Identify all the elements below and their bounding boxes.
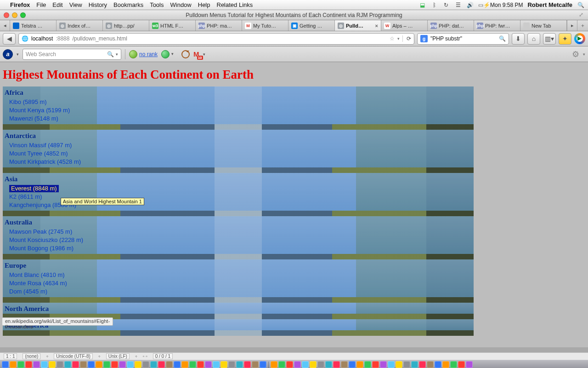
dock-app-icon[interactable] (135, 361, 141, 368)
dock-app-icon[interactable] (403, 361, 410, 368)
menu-window[interactable]: Window (170, 1, 192, 8)
dock-app-icon[interactable] (174, 361, 181, 368)
continent-header[interactable]: Africa (3, 87, 474, 98)
dock-app-icon[interactable] (158, 361, 165, 368)
editor-encoding-b[interactable]: Unicode (UTF-8) (54, 353, 92, 359)
dock-app-icon[interactable] (119, 361, 126, 368)
mountain-link[interactable]: K2 (8611 m) (9, 193, 42, 200)
dock-app-icon[interactable] (64, 361, 71, 368)
dock-app-icon[interactable] (213, 361, 220, 368)
tab-2[interactable]: ◎http…pp/ (103, 20, 149, 31)
menu-history[interactable]: History (89, 1, 107, 8)
tab-1[interactable]: ◎Index of… (57, 20, 103, 31)
continent-header[interactable]: Australia (3, 217, 474, 227)
tab-7[interactable]: ◎Pulld…× (335, 20, 381, 31)
bookmark-star-icon[interactable]: ☆ (390, 35, 395, 42)
dock-app-icon[interactable] (341, 361, 348, 368)
dock-app-icon[interactable] (458, 361, 465, 368)
tab-11[interactable]: New Tab (520, 20, 567, 31)
mountain-link[interactable]: Mont Blanc (4810 m) (9, 271, 65, 278)
dock-app-icon[interactable] (435, 361, 441, 368)
search-engine-icon[interactable]: g (420, 35, 428, 42)
toolbar-settings-icon[interactable]: ⚙ (572, 49, 579, 59)
dock-app-icon[interactable] (325, 361, 332, 368)
dock-app-icon[interactable] (33, 361, 40, 368)
alexa-search-icon[interactable]: 🔍 (107, 51, 114, 58)
menu-bookmarks[interactable]: Bookmarks (113, 1, 143, 8)
window-zoom-button[interactable] (20, 12, 26, 18)
menu-file[interactable]: File (36, 1, 46, 8)
dock-app-icon[interactable] (57, 361, 63, 368)
continent-header[interactable]: Europe (3, 260, 474, 270)
mountain-link[interactable]: Mawenzi (5148 m) (9, 115, 58, 122)
window-minimize-button[interactable] (12, 12, 17, 18)
firefox-home-button[interactable]: ▶ (574, 33, 585, 44)
battery-icon[interactable]: ▭⚡ (478, 2, 486, 8)
bluetooth-icon[interactable]: ᛒ (430, 2, 438, 8)
dock-app-icon[interactable] (41, 361, 48, 368)
dock-app-icon[interactable] (427, 361, 434, 368)
search-bar[interactable]: g "PHP substr" 🔍 (417, 33, 509, 45)
tab-scroll-right[interactable]: ▸ (567, 20, 577, 31)
dock-app-icon[interactable] (349, 361, 356, 368)
dock-app-icon[interactable] (466, 361, 473, 368)
dock-app-icon[interactable] (25, 361, 32, 368)
dock-app-icon[interactable] (205, 361, 212, 368)
dock-app-icon[interactable] (310, 361, 317, 368)
dock-app-icon[interactable] (72, 361, 79, 368)
wifi-icon[interactable]: ☰ (454, 2, 462, 8)
reload-button[interactable]: ⟳ (402, 35, 411, 42)
dock-app-icon[interactable] (127, 361, 134, 368)
downloads-button[interactable]: ⬇ (512, 33, 525, 45)
tab-4[interactable]: phpPHP: ma… (196, 20, 242, 31)
tab-5[interactable]: MMy Tuto… (242, 20, 288, 31)
dock-app-icon[interactable] (333, 361, 340, 368)
dock-app-icon[interactable] (356, 361, 363, 368)
dock-app-icon[interactable] (80, 361, 87, 368)
dock-app-icon[interactable] (380, 361, 387, 368)
dock-app-icon[interactable] (197, 361, 204, 368)
dock-app-icon[interactable] (2, 361, 9, 368)
dock-app-icon[interactable] (88, 361, 95, 368)
menu-edit[interactable]: Edit (52, 1, 62, 8)
continent-header[interactable]: North America (3, 303, 474, 314)
dock-app-icon[interactable] (260, 361, 266, 368)
dock-app-icon[interactable] (49, 361, 56, 368)
gmail-icon[interactable]: M10 (193, 50, 199, 58)
spotlight-icon[interactable]: 🔍 (577, 2, 584, 8)
dock-app-icon[interactable] (411, 361, 418, 368)
timemachine-icon[interactable]: ↻ (442, 2, 450, 8)
dock-app-icon[interactable] (442, 361, 449, 368)
dock-app-icon[interactable] (252, 361, 259, 368)
clock[interactable]: Mon 9:58 PM (490, 2, 523, 8)
menu-view[interactable]: View (69, 1, 82, 8)
editor-encoding-a[interactable]: (none) (23, 353, 40, 359)
dock-app-icon[interactable] (372, 361, 379, 368)
mountain-link[interactable]: Everest (8848 m) (9, 185, 59, 192)
user-menu[interactable]: Robert Metcalfe (527, 1, 572, 8)
alexa-search-input[interactable]: Web Search 🔍 ▾ (23, 49, 121, 60)
continent-header[interactable]: Antarctica (3, 130, 474, 141)
dock-app-icon[interactable] (278, 361, 285, 368)
tab-8[interactable]: WAlps – … (381, 20, 428, 31)
related-links-icon[interactable] (161, 50, 170, 58)
mountain-link[interactable]: Mount Kosciuszko (2228 m) (9, 236, 83, 243)
dock-app-icon[interactable] (150, 361, 157, 368)
tab-0[interactable]: Telstra … (10, 20, 57, 31)
alexa-menu-dropdown[interactable]: ▾ (17, 52, 19, 57)
dock-app-icon[interactable] (181, 361, 188, 368)
bookmarks-menu-button[interactable]: ▥▾ (543, 33, 556, 45)
alexa-rank[interactable]: no rank (129, 50, 158, 58)
window-close-button[interactable] (4, 12, 9, 18)
dock-app-icon[interactable] (236, 361, 243, 368)
toolbar-settings-dropdown[interactable]: ▾ (583, 52, 585, 57)
dock-app-icon[interactable] (302, 361, 309, 368)
dock-app-icon[interactable] (166, 361, 173, 368)
menu-tools[interactable]: Tools (150, 1, 164, 8)
volume-icon[interactable]: 🔊 (466, 2, 474, 8)
dock-app-icon[interactable] (388, 361, 395, 368)
mountain-link[interactable]: Vinson Massif (4897 m) (9, 142, 72, 149)
dock-app-icon[interactable] (103, 361, 110, 368)
tab-6[interactable]: ▣Getting … (288, 20, 335, 31)
dock-app-icon[interactable] (294, 361, 301, 368)
